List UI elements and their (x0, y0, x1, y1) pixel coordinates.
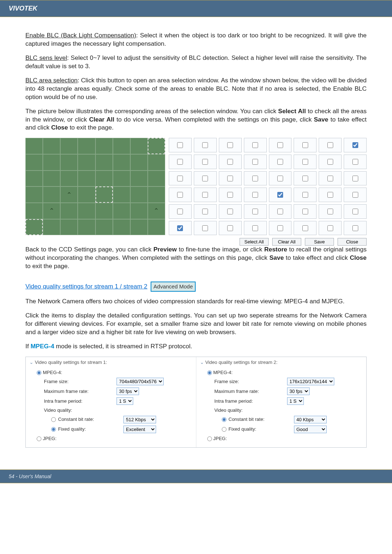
save-button[interactable]: Save (305, 238, 334, 246)
blc-checkbox[interactable] (177, 209, 183, 214)
blc-grid-cell[interactable] (294, 155, 317, 169)
blc-grid-cell[interactable] (244, 138, 267, 152)
blc-checkbox[interactable] (252, 209, 258, 214)
blc-checkbox[interactable] (327, 209, 333, 214)
s2-cbr-radio[interactable] (222, 417, 226, 422)
vq-stream2-title[interactable]: ⌄Video quality settings for stream 2: (200, 359, 363, 366)
blc-grid-cell[interactable] (219, 171, 242, 186)
blc-grid-cell[interactable] (244, 171, 267, 186)
blc-checkbox[interactable] (252, 142, 258, 148)
blc-checkbox[interactable] (302, 142, 308, 148)
blc-checkbox[interactable] (227, 209, 233, 214)
s2-mpeg4-radio-row[interactable]: MPEG-4: (207, 369, 363, 376)
vq-stream1-title[interactable]: ⌄Video quality settings for stream 1: (29, 359, 192, 366)
blc-grid-cell[interactable] (169, 171, 192, 186)
blc-grid-cell[interactable] (294, 188, 317, 202)
blc-grid-cell[interactable] (194, 188, 217, 202)
blc-grid-cell[interactable] (194, 155, 217, 169)
blc-grid-cell[interactable] (269, 138, 292, 152)
blc-checkbox[interactable] (227, 176, 233, 181)
s2-frame-size-select[interactable]: 176x120/176x144 (287, 378, 334, 385)
blc-checkbox[interactable] (202, 192, 208, 198)
blc-checkbox[interactable] (327, 192, 333, 198)
blc-grid-cell[interactable] (344, 204, 367, 219)
blc-grid-cell[interactable] (294, 204, 317, 219)
blc-checkbox[interactable] (277, 209, 283, 214)
blc-checkbox[interactable] (202, 225, 208, 231)
s2-intra-frame-select[interactable]: 1 S (287, 397, 304, 405)
blc-checkbox[interactable] (252, 225, 258, 231)
blc-grid-cell[interactable] (219, 138, 242, 152)
blc-grid-cell[interactable] (244, 204, 267, 219)
blc-checkbox[interactable] (352, 176, 358, 181)
s1-intra-frame-select[interactable]: 1 S (117, 397, 133, 405)
blc-checkbox[interactable] (302, 159, 308, 165)
blc-grid-cell[interactable] (294, 221, 317, 235)
blc-checkbox[interactable] (327, 225, 333, 231)
blc-checkbox[interactable] (277, 159, 283, 165)
blc-grid-cell[interactable] (169, 204, 192, 219)
blc-checkbox[interactable] (277, 192, 283, 198)
blc-grid-cell[interactable] (269, 204, 292, 219)
blc-checkbox[interactable] (352, 192, 358, 198)
s2-jpeg-radio[interactable] (207, 436, 212, 441)
s2-jpeg-radio-row[interactable]: JPEG: (207, 435, 363, 442)
blc-checkbox[interactable] (352, 225, 358, 231)
blc-checkbox[interactable] (352, 142, 358, 148)
blc-checkbox[interactable] (302, 192, 308, 198)
vq-section-link[interactable]: Video quality settings for stream 1 / st… (25, 283, 147, 290)
blc-checkbox[interactable] (352, 209, 358, 214)
blc-checkbox[interactable] (227, 225, 233, 231)
s1-fq-radio[interactable] (51, 427, 56, 432)
blc-grid-cell[interactable] (269, 171, 292, 186)
blc-grid-cell[interactable] (169, 138, 192, 152)
blc-checkbox[interactable] (202, 142, 208, 148)
blc-checkbox[interactable] (177, 176, 183, 181)
blc-grid-cell[interactable] (344, 138, 367, 152)
s1-frame-size-select[interactable]: 704x480/704x576 (117, 378, 164, 385)
blc-grid-cell[interactable] (194, 204, 217, 219)
blc-grid-cell[interactable] (344, 155, 367, 169)
blc-checkbox[interactable] (327, 176, 333, 181)
s1-cbr-select[interactable]: 512 Kbps (123, 416, 156, 423)
blc-grid-cell[interactable] (194, 171, 217, 186)
blc-checkbox[interactable] (227, 192, 233, 198)
s1-jpeg-radio[interactable] (37, 436, 41, 441)
s2-fq-radio[interactable] (222, 427, 226, 432)
blc-grid-cell[interactable] (319, 188, 342, 202)
blc-grid-cell[interactable] (219, 221, 242, 235)
blc-grid-cell[interactable] (169, 221, 192, 235)
blc-grid-cell[interactable] (294, 171, 317, 186)
blc-grid-cell[interactable] (344, 188, 367, 202)
blc-grid-cell[interactable] (344, 221, 367, 235)
blc-checkbox[interactable] (177, 225, 183, 231)
blc-grid-cell[interactable] (219, 188, 242, 202)
blc-checkbox[interactable] (277, 142, 283, 148)
blc-checkbox[interactable] (302, 225, 308, 231)
blc-grid-cell[interactable] (269, 155, 292, 169)
blc-checkbox[interactable] (252, 192, 258, 198)
select-all-button[interactable]: Select All (240, 238, 269, 246)
blc-checkbox[interactable] (252, 176, 258, 181)
clear-all-button[interactable]: Clear All (272, 238, 301, 246)
blc-checkbox[interactable] (327, 142, 333, 148)
blc-checkbox[interactable] (327, 159, 333, 165)
blc-grid-cell[interactable] (194, 221, 217, 235)
blc-grid-cell[interactable] (344, 171, 367, 186)
s2-cbr-select[interactable]: 40 Kbps (294, 416, 327, 423)
blc-checkbox[interactable] (177, 159, 183, 165)
s1-fq-select[interactable]: Excellent (123, 426, 156, 433)
blc-checkbox[interactable] (227, 159, 233, 165)
blc-grid-cell[interactable] (269, 188, 292, 202)
blc-grid-cell[interactable] (319, 221, 342, 235)
s2-fq-select[interactable]: Good (294, 426, 327, 433)
blc-checkbox[interactable] (227, 142, 233, 148)
blc-grid-cell[interactable] (219, 155, 242, 169)
blc-grid-cell[interactable] (169, 155, 192, 169)
blc-grid-cell[interactable] (319, 155, 342, 169)
s1-mpeg4-radio[interactable] (37, 370, 41, 375)
blc-checkbox[interactable] (252, 159, 258, 165)
blc-grid-cell[interactable] (244, 188, 267, 202)
blc-checkbox[interactable] (277, 225, 283, 231)
blc-grid-cell[interactable] (169, 188, 192, 202)
